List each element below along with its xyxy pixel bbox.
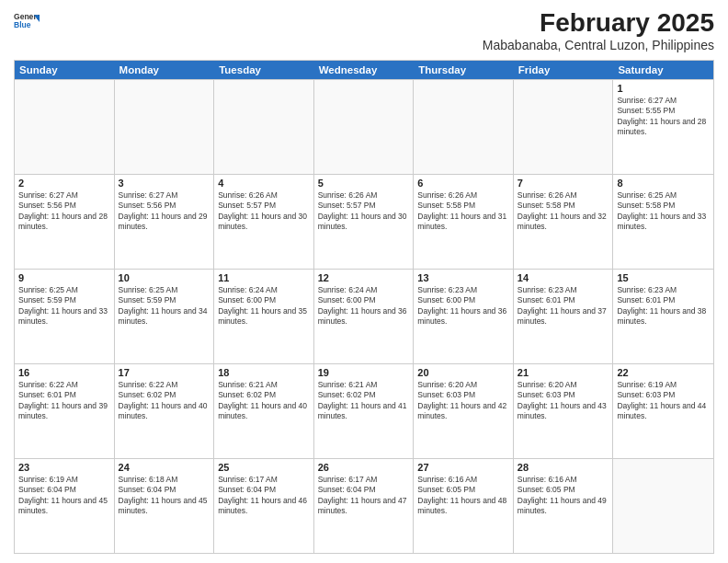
day-number: 18 (218, 367, 310, 378)
cal-cell-w0-d5 (514, 80, 614, 174)
header-wednesday: Wednesday (314, 61, 415, 79)
day-number: 15 (617, 272, 710, 283)
day-number: 19 (318, 367, 410, 378)
day-number: 28 (518, 462, 609, 473)
day-info: Sunrise: 6:20 AM Sunset: 6:03 PM Dayligh… (518, 380, 609, 422)
day-number: 16 (18, 367, 110, 378)
day-info: Sunrise: 6:26 AM Sunset: 5:57 PM Dayligh… (318, 190, 410, 233)
day-number: 12 (318, 272, 410, 283)
cal-cell-w2-d6: 15Sunrise: 6:23 AM Sunset: 6:01 PM Dayli… (613, 270, 713, 363)
svg-text:Blue: Blue (14, 20, 31, 29)
day-number: 24 (119, 462, 210, 473)
day-info: Sunrise: 6:20 AM Sunset: 6:03 PM Dayligh… (417, 380, 509, 422)
day-info: Sunrise: 6:27 AM Sunset: 5:55 PM Dayligh… (617, 96, 710, 138)
day-number: 23 (18, 462, 110, 473)
day-number: 10 (119, 272, 210, 283)
cal-cell-w0-d1 (115, 80, 215, 174)
cal-cell-w1-d2: 4Sunrise: 6:26 AM Sunset: 5:57 PM Daylig… (214, 175, 314, 269)
header-thursday: Thursday (414, 61, 514, 79)
day-number: 13 (417, 272, 509, 283)
day-number: 11 (218, 272, 310, 283)
month-year: February 2025 (483, 9, 714, 38)
week-row-1: 2Sunrise: 6:27 AM Sunset: 5:56 PM Daylig… (15, 174, 713, 269)
header-friday: Friday (514, 61, 614, 79)
day-info: Sunrise: 6:22 AM Sunset: 6:01 PM Dayligh… (18, 380, 110, 422)
cal-cell-w0-d0 (15, 80, 115, 174)
cal-cell-w3-d1: 17Sunrise: 6:22 AM Sunset: 6:02 PM Dayli… (115, 364, 215, 458)
day-info: Sunrise: 6:23 AM Sunset: 6:01 PM Dayligh… (617, 285, 710, 327)
page: General Blue February 2025 Mababanaba, C… (0, 0, 728, 563)
day-number: 6 (417, 178, 509, 189)
cal-cell-w4-d2: 25Sunrise: 6:17 AM Sunset: 6:04 PM Dayli… (214, 459, 314, 553)
day-info: Sunrise: 6:25 AM Sunset: 5:59 PM Dayligh… (18, 285, 110, 327)
header-tuesday: Tuesday (214, 61, 314, 79)
cal-cell-w0-d6: 1Sunrise: 6:27 AM Sunset: 5:55 PM Daylig… (613, 80, 713, 174)
cal-cell-w2-d1: 10Sunrise: 6:25 AM Sunset: 5:59 PM Dayli… (115, 270, 215, 363)
week-row-0: 1Sunrise: 6:27 AM Sunset: 5:55 PM Daylig… (15, 79, 713, 174)
cal-cell-w0-d4 (414, 80, 514, 174)
cal-cell-w4-d0: 23Sunrise: 6:19 AM Sunset: 6:04 PM Dayli… (15, 459, 115, 553)
cal-cell-w4-d6 (613, 459, 713, 553)
title-block: February 2025 Mababanaba, Central Luzon,… (483, 9, 714, 52)
cal-cell-w1-d5: 7Sunrise: 6:26 AM Sunset: 5:58 PM Daylig… (514, 175, 614, 269)
header-monday: Monday (115, 61, 215, 79)
day-info: Sunrise: 6:21 AM Sunset: 6:02 PM Dayligh… (318, 380, 410, 422)
day-info: Sunrise: 6:23 AM Sunset: 6:00 PM Dayligh… (417, 285, 509, 327)
day-number: 7 (518, 178, 609, 189)
cal-cell-w0-d2 (214, 80, 314, 174)
day-number: 9 (18, 272, 110, 283)
day-info: Sunrise: 6:26 AM Sunset: 5:57 PM Dayligh… (218, 190, 310, 233)
day-info: Sunrise: 6:25 AM Sunset: 5:59 PM Dayligh… (119, 285, 210, 327)
day-info: Sunrise: 6:23 AM Sunset: 6:01 PM Dayligh… (518, 285, 609, 327)
header-saturday: Saturday (613, 61, 713, 79)
cal-cell-w4-d1: 24Sunrise: 6:18 AM Sunset: 6:04 PM Dayli… (115, 459, 215, 553)
cal-cell-w1-d4: 6Sunrise: 6:26 AM Sunset: 5:58 PM Daylig… (414, 175, 514, 269)
day-number: 2 (18, 178, 110, 189)
logo: General Blue (14, 9, 40, 35)
cal-cell-w3-d6: 22Sunrise: 6:19 AM Sunset: 6:03 PM Dayli… (613, 364, 713, 458)
day-number: 14 (518, 272, 609, 283)
cal-cell-w1-d0: 2Sunrise: 6:27 AM Sunset: 5:56 PM Daylig… (15, 175, 115, 269)
day-info: Sunrise: 6:19 AM Sunset: 6:03 PM Dayligh… (617, 380, 710, 422)
day-info: Sunrise: 6:16 AM Sunset: 6:05 PM Dayligh… (417, 475, 509, 517)
cal-cell-w4-d4: 27Sunrise: 6:16 AM Sunset: 6:05 PM Dayli… (414, 459, 514, 553)
location: Mababanaba, Central Luzon, Philippines (483, 38, 714, 52)
cal-cell-w4-d5: 28Sunrise: 6:16 AM Sunset: 6:05 PM Dayli… (514, 459, 614, 553)
day-number: 17 (119, 367, 210, 378)
day-number: 20 (417, 367, 509, 378)
cal-cell-w2-d2: 11Sunrise: 6:24 AM Sunset: 6:00 PM Dayli… (214, 270, 314, 363)
day-number: 22 (617, 367, 710, 378)
logo-icon: General Blue (14, 9, 40, 35)
day-number: 1 (617, 83, 710, 94)
cal-cell-w2-d5: 14Sunrise: 6:23 AM Sunset: 6:01 PM Dayli… (514, 270, 614, 363)
day-info: Sunrise: 6:17 AM Sunset: 6:04 PM Dayligh… (218, 475, 310, 517)
cal-cell-w2-d4: 13Sunrise: 6:23 AM Sunset: 6:00 PM Dayli… (414, 270, 514, 363)
cal-cell-w1-d1: 3Sunrise: 6:27 AM Sunset: 5:56 PM Daylig… (115, 175, 215, 269)
day-info: Sunrise: 6:22 AM Sunset: 6:02 PM Dayligh… (119, 380, 210, 422)
cal-cell-w3-d5: 21Sunrise: 6:20 AM Sunset: 6:03 PM Dayli… (514, 364, 614, 458)
day-number: 4 (218, 178, 310, 189)
cal-cell-w3-d4: 20Sunrise: 6:20 AM Sunset: 6:03 PM Dayli… (414, 364, 514, 458)
cal-cell-w1-d6: 8Sunrise: 6:25 AM Sunset: 5:58 PM Daylig… (613, 175, 713, 269)
calendar: Sunday Monday Tuesday Wednesday Thursday… (14, 60, 714, 554)
cal-cell-w1-d3: 5Sunrise: 6:26 AM Sunset: 5:57 PM Daylig… (314, 175, 415, 269)
cal-cell-w0-d3 (314, 80, 415, 174)
cal-cell-w2-d3: 12Sunrise: 6:24 AM Sunset: 6:00 PM Dayli… (314, 270, 415, 363)
day-info: Sunrise: 6:26 AM Sunset: 5:58 PM Dayligh… (417, 190, 509, 233)
week-row-4: 23Sunrise: 6:19 AM Sunset: 6:04 PM Dayli… (15, 458, 713, 553)
day-number: 5 (318, 178, 410, 189)
day-number: 27 (417, 462, 509, 473)
day-info: Sunrise: 6:26 AM Sunset: 5:58 PM Dayligh… (518, 190, 609, 233)
header: General Blue February 2025 Mababanaba, C… (14, 9, 714, 52)
day-info: Sunrise: 6:24 AM Sunset: 6:00 PM Dayligh… (318, 285, 410, 327)
cal-cell-w3-d0: 16Sunrise: 6:22 AM Sunset: 6:01 PM Dayli… (15, 364, 115, 458)
day-number: 25 (218, 462, 310, 473)
day-info: Sunrise: 6:16 AM Sunset: 6:05 PM Dayligh… (518, 475, 609, 517)
day-info: Sunrise: 6:27 AM Sunset: 5:56 PM Dayligh… (18, 190, 110, 233)
day-info: Sunrise: 6:18 AM Sunset: 6:04 PM Dayligh… (119, 475, 210, 517)
cal-cell-w3-d3: 19Sunrise: 6:21 AM Sunset: 6:02 PM Dayli… (314, 364, 415, 458)
calendar-body: 1Sunrise: 6:27 AM Sunset: 5:55 PM Daylig… (15, 79, 713, 553)
day-number: 8 (617, 178, 710, 189)
day-info: Sunrise: 6:17 AM Sunset: 6:04 PM Dayligh… (318, 475, 410, 517)
week-row-3: 16Sunrise: 6:22 AM Sunset: 6:01 PM Dayli… (15, 363, 713, 458)
